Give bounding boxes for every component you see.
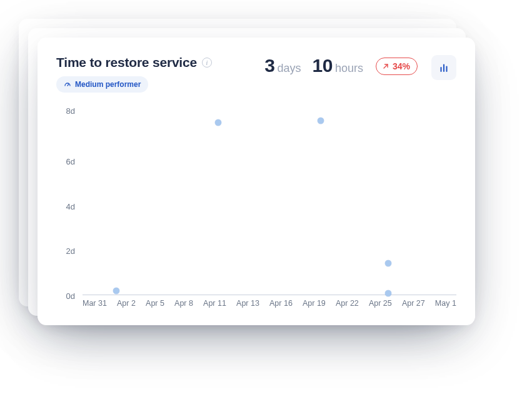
- x-tick: Apr 13: [236, 299, 259, 313]
- x-tick: Apr 5: [146, 299, 164, 313]
- y-tick: 6d: [56, 158, 79, 166]
- x-tick: Apr 11: [203, 299, 226, 313]
- x-tick: Apr 16: [269, 299, 293, 313]
- x-tick: Apr 8: [174, 299, 193, 313]
- performance-badge: Medium performer: [56, 76, 148, 93]
- y-tick: 8d: [56, 107, 79, 115]
- x-axis: Mar 31Apr 2Apr 5Apr 8Apr 11Apr 13Apr 16A…: [83, 299, 456, 313]
- y-tick: 2d: [56, 246, 79, 255]
- arrow-up-right-icon: [382, 63, 389, 70]
- x-tick: Apr 19: [303, 299, 326, 313]
- svg-line-0: [68, 84, 69, 86]
- headline-metric: 3days 10hours: [264, 55, 363, 76]
- x-tick: Apr 27: [402, 299, 425, 313]
- x-tick: Apr 25: [369, 299, 392, 313]
- performance-badge-label: Medium performer: [75, 80, 141, 89]
- data-point[interactable]: [385, 260, 391, 266]
- info-icon[interactable]: i: [202, 58, 212, 68]
- metric-card: Time to restore service i Medium perform…: [38, 38, 475, 325]
- gauge-icon: [64, 81, 71, 88]
- data-point[interactable]: [113, 288, 119, 294]
- data-point[interactable]: [318, 118, 324, 124]
- x-tick: Mar 31: [83, 299, 107, 313]
- bar-chart-icon: [438, 62, 449, 73]
- plot-region: [83, 109, 456, 295]
- y-axis: 8d6d4d2d0d: [56, 109, 79, 295]
- chart-area: 8d6d4d2d0d Mar 31Apr 2Apr 5Apr 8Apr 11Ap…: [56, 109, 456, 313]
- data-point[interactable]: [215, 119, 221, 126]
- chart-type-button[interactable]: [431, 55, 456, 80]
- trend-pill: 34%: [376, 58, 418, 75]
- y-tick: 0d: [56, 292, 79, 300]
- data-point[interactable]: [385, 290, 391, 296]
- card-title: Time to restore service: [56, 55, 197, 70]
- x-tick: Apr 22: [336, 299, 359, 313]
- trend-value: 34%: [393, 61, 410, 71]
- metric-days-unit: days: [278, 62, 301, 74]
- svg-line-1: [384, 64, 388, 68]
- y-tick: 4d: [56, 202, 79, 210]
- metric-hours-unit: hours: [335, 62, 363, 74]
- card-header: Time to restore service i Medium perform…: [56, 55, 456, 93]
- x-tick: May 1: [435, 299, 456, 313]
- metric-hours-value: 10: [313, 55, 333, 76]
- metric-days-value: 3: [264, 55, 274, 76]
- x-tick: Apr 2: [117, 299, 136, 313]
